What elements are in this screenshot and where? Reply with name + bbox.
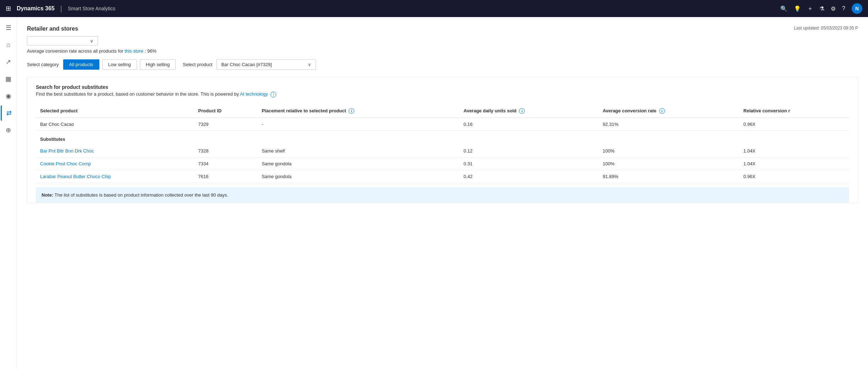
- avg-conversion-value: : 96%: [144, 48, 156, 54]
- user-avatar[interactable]: N: [852, 3, 862, 14]
- sub-2-name[interactable]: Larabar Peanut Butter Choco Chip: [36, 170, 194, 183]
- substitutes-section-label: Substitutes: [36, 131, 849, 145]
- sidebar-item-analytics[interactable]: ↗: [1, 54, 16, 70]
- store-selector-chevron-icon: ∨: [90, 38, 93, 44]
- search-section-desc: Find the best substitutes for a product,…: [36, 91, 849, 97]
- note-bar: Note: The list of substitutes is based o…: [36, 187, 849, 203]
- col-avg-daily: Average daily units sold i: [459, 105, 599, 118]
- col-avg-daily-label: Average daily units sold: [464, 108, 517, 113]
- sub-1-avg-daily: 0.31: [459, 157, 599, 170]
- col-placement: Placement relative to selected product i: [257, 105, 459, 118]
- app-layout: ☰ ⌂ ↗ ▦ ◉ ⇄ ⊕ Retailer and stores Last u…: [0, 17, 868, 369]
- ai-info-icon[interactable]: i: [271, 92, 276, 97]
- help-icon[interactable]: ?: [842, 5, 845, 12]
- avg-conversion-pre: Average conversion rate across all produ…: [27, 48, 123, 54]
- sidebar-item-hamburger[interactable]: ☰: [1, 20, 16, 36]
- last-updated-label: Last updated: 05/03/2023 09:35 P: [794, 26, 858, 31]
- product-dropdown-value: Bar Choc Cacao [#7329]: [221, 62, 305, 67]
- filter-btn-low[interactable]: Low selling: [102, 59, 137, 70]
- page-header-row: Retailer and stores Last updated: 05/03/…: [27, 26, 858, 32]
- selected-product-row: Bar Choc Cacao 7329 - 0.16 92.31% 0.96X: [36, 118, 849, 131]
- store-selector[interactable]: ∨: [27, 36, 98, 46]
- filter-btn-high[interactable]: High selling: [140, 59, 176, 70]
- col-selected-product: Selected product: [36, 105, 194, 118]
- add-icon[interactable]: ＋: [807, 5, 813, 12]
- sel-product-id: 7329: [194, 118, 257, 131]
- sub-2-rel-conv: 0.96X: [739, 170, 849, 183]
- search-desc-pre: Find the best substitutes for a product,…: [36, 91, 239, 97]
- sub-0-rel-conv: 1.04X: [739, 145, 849, 157]
- table-wrap: Selected product Product ID Placement re…: [36, 105, 849, 183]
- sel-product-placement: -: [257, 118, 459, 131]
- sub-0-avg-daily: 0.12: [459, 145, 599, 157]
- table-header: Selected product Product ID Placement re…: [36, 105, 849, 118]
- filter-row: Select category All products Low selling…: [27, 59, 858, 70]
- app-name: Smart Store Analytics: [68, 6, 115, 11]
- sel-product-avg-conv: 92.31%: [599, 118, 739, 131]
- sub-0-product-id: 7328: [194, 145, 257, 157]
- col-product-id: Product ID: [194, 105, 257, 118]
- table-row: Cookie Pnut Choc Comp 7334 Same gondola …: [36, 157, 849, 170]
- avg-conv-info-icon[interactable]: i: [659, 108, 665, 114]
- sub-1-placement: Same gondola: [257, 157, 459, 170]
- table-body: Bar Choc Cacao 7329 - 0.16 92.31% 0.96X …: [36, 118, 849, 183]
- nav-divider: |: [60, 5, 62, 13]
- sidebar-item-insights[interactable]: ◉: [1, 88, 16, 104]
- store-selector-value: [32, 38, 87, 44]
- sel-product-name: Bar Choc Cacao: [36, 118, 194, 131]
- page-title: Retailer and stores: [27, 26, 78, 32]
- filter-icon[interactable]: ⚗: [819, 5, 824, 12]
- search-section: Search for product substitutes Find the …: [27, 77, 858, 203]
- category-label: Select category: [27, 62, 59, 67]
- sub-2-product-id: 7616: [194, 170, 257, 183]
- placement-info-icon[interactable]: i: [349, 108, 354, 114]
- col-avg-conv: Average conversion rate i: [599, 105, 739, 118]
- table-row: Larabar Peanut Butter Choco Chip 7616 Sa…: [36, 170, 849, 183]
- search-icon[interactable]: 🔍: [780, 5, 787, 12]
- col-avg-conv-label: Average conversion rate: [603, 108, 656, 113]
- sel-product-avg-daily: 0.16: [459, 118, 599, 131]
- sub-0-placement: Same shelf: [257, 145, 459, 157]
- ai-technology-link[interactable]: AI technology: [240, 91, 268, 97]
- sub-2-placement: Same gondola: [257, 170, 459, 183]
- product-dropdown[interactable]: Bar Choc Cacao [#7329] ∨: [217, 59, 316, 70]
- sub-2-avg-conv: 91.89%: [599, 170, 739, 183]
- topnav: ⊞ Dynamics 365 | Smart Store Analytics 🔍…: [0, 0, 868, 17]
- substitutes-table: Selected product Product ID Placement re…: [36, 105, 849, 183]
- main-content: Retailer and stores Last updated: 05/03/…: [17, 17, 868, 369]
- sub-0-name[interactable]: Bar Pnt Bttr Bnn Drk Choc: [36, 145, 194, 157]
- col-rel-conv: Relative conversion r: [739, 105, 849, 118]
- sub-2-avg-daily: 0.42: [459, 170, 599, 183]
- sidebar: ☰ ⌂ ↗ ▦ ◉ ⇄ ⊕: [0, 17, 17, 369]
- sidebar-item-settings[interactable]: ⊕: [1, 122, 16, 138]
- sel-product-rel-conv: 0.96X: [739, 118, 849, 131]
- sidebar-item-home[interactable]: ⌂: [1, 37, 16, 53]
- sidebar-item-substitutes[interactable]: ⇄: [1, 105, 16, 121]
- sub-1-name[interactable]: Cookie Pnut Choc Comp: [36, 157, 194, 170]
- brand-name: Dynamics 365: [17, 5, 55, 12]
- sub-0-avg-conv: 100%: [599, 145, 739, 157]
- lightbulb-icon[interactable]: 💡: [794, 5, 801, 12]
- filter-btn-all[interactable]: All products: [63, 59, 99, 70]
- search-section-title: Search for product substitutes: [36, 84, 849, 90]
- note-text: The list of substitutes is based on prod…: [55, 192, 228, 198]
- grid-icon[interactable]: ⊞: [6, 5, 11, 12]
- avg-conversion-text: Average conversion rate across all produ…: [27, 48, 858, 54]
- col-placement-label: Placement relative to selected product: [262, 108, 346, 113]
- product-dropdown-chevron-icon: ∨: [308, 62, 311, 67]
- avg-daily-info-icon[interactable]: i: [519, 108, 525, 114]
- table-row: Bar Pnt Bttr Bnn Drk Choc 7328 Same shel…: [36, 145, 849, 157]
- sub-1-avg-conv: 100%: [599, 157, 739, 170]
- sub-1-rel-conv: 1.04X: [739, 157, 849, 170]
- sub-1-product-id: 7334: [194, 157, 257, 170]
- topnav-actions: 🔍 💡 ＋ ⚗ ⚙ ? N: [780, 3, 862, 14]
- substitutes-section-row: Substitutes: [36, 131, 849, 145]
- sidebar-item-table[interactable]: ▦: [1, 71, 16, 87]
- note-label: Note:: [42, 192, 53, 198]
- this-store-link[interactable]: this store: [125, 48, 143, 54]
- product-select-label: Select product: [183, 62, 212, 67]
- settings-icon[interactable]: ⚙: [831, 5, 836, 12]
